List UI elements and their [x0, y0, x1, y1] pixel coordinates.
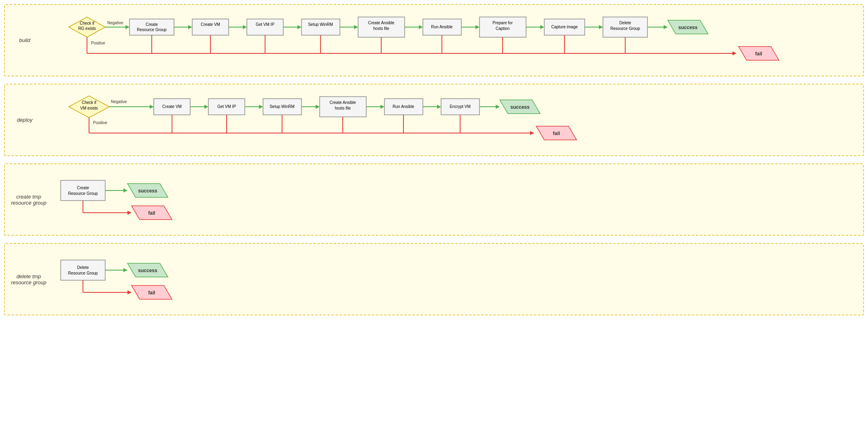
deploy-node-setup-winrm-label: Setup WinRM [270, 104, 295, 109]
build-node-create-vm[interactable] [192, 19, 229, 35]
svg-marker-45 [380, 105, 384, 109]
delete-tmp-lane-content: Delete Resource Group success fail [53, 248, 860, 311]
build-success-label: success [678, 25, 698, 30]
build-node-create-rg-label: Create [146, 22, 158, 27]
deploy-success-label: success [510, 104, 530, 110]
svg-marker-56 [123, 188, 127, 192]
svg-marker-29 [732, 51, 736, 55]
build-node-setup-winrm-label: Setup WinRM [308, 22, 333, 27]
deploy-node-ansible-hosts-label2: hosts file [335, 106, 351, 110]
create-tmp-lane: create tmp resource group Create Resourc… [4, 163, 864, 236]
create-tmp-node-create-rg-label2: Resource Group [68, 191, 98, 196]
create-tmp-fail-label: fail [148, 210, 155, 216]
build-fail-label: fail [755, 51, 762, 57]
create-tmp-lane-content: Create Resource Group success fail [53, 168, 860, 231]
delete-tmp-lane-label: delete tmp resource group [8, 248, 53, 311]
build-node-delete-rg-label2: Resource Group [610, 26, 640, 31]
deploy-fail-label: fail [553, 131, 560, 136]
build-node-create-rg[interactable] [129, 19, 174, 35]
delete-tmp-node-delete-rg-label2: Resource Group [68, 271, 98, 275]
build-node-capture-image-label: Capture image [551, 25, 578, 29]
svg-marker-61 [123, 268, 127, 272]
delete-tmp-node-delete-rg-label1: Delete [77, 265, 89, 270]
create-tmp-lane-label: create tmp resource group [8, 168, 53, 231]
svg-marker-26 [664, 25, 668, 29]
deploy-lane-content: Check if VM exists Negative Create VM Ge… [45, 89, 860, 151]
svg-marker-17 [475, 25, 480, 29]
build-node-get-vm-ip[interactable] [247, 19, 283, 35]
deploy-positive-label: Positive [93, 121, 107, 125]
delete-tmp-success-label: success [138, 268, 157, 273]
deploy-node-create-vm-label: Create VM [162, 104, 182, 109]
build-node-prepare-caption-label1: Prepare for [492, 21, 513, 25]
build-diamond-label2: RG exists [78, 26, 96, 31]
deploy-diamond-label1: Check if [82, 100, 96, 105]
deploy-node-encrypt-vm-label: Encrypt VM [450, 104, 471, 109]
build-negative-label: Negative [107, 21, 123, 25]
create-tmp-node-create-rg[interactable] [61, 180, 105, 201]
delete-tmp-diagram: Delete Resource Group success fail [53, 248, 214, 311]
deploy-node-run-ansible-label: Run Ansible [393, 104, 414, 109]
deploy-lane-label: deploy [8, 89, 45, 151]
build-node-setup-winrm[interactable] [301, 19, 340, 35]
svg-marker-42 [316, 105, 320, 109]
delete-tmp-lane: delete tmp resource group Delete Resourc… [4, 243, 864, 315]
deploy-node-get-vm-ip-label: Get VM IP [217, 104, 236, 109]
svg-marker-48 [437, 105, 441, 109]
svg-marker-64 [127, 290, 132, 294]
build-lane: build Check if RG exists Negative Create… [4, 4, 864, 76]
deploy-diamond-label2: VM exists [80, 106, 98, 110]
svg-marker-20 [540, 25, 544, 29]
build-node-ansible-hosts-label1: Create Ansible [368, 21, 394, 25]
svg-marker-5 [243, 25, 247, 29]
build-node-prepare-caption-label2: Caption [496, 26, 509, 31]
build-node-get-vm-ip-label: Get VM IP [256, 22, 274, 27]
svg-marker-39 [259, 105, 263, 109]
build-node-ansible-hosts-label2: hosts file [373, 26, 389, 31]
diagram-container: build Check if RG exists Negative Create… [4, 4, 864, 315]
build-diagram: Check if RG exists Negative Create Resou… [45, 9, 854, 72]
svg-marker-8 [297, 25, 301, 29]
delete-tmp-fail-label: fail [148, 290, 155, 296]
build-arrowhead-1 [125, 25, 129, 29]
build-node-create-rg-label2: Resource Group [137, 27, 167, 32]
build-node-run-ansible-label: Run Ansible [431, 25, 453, 29]
build-lane-content: Check if RG exists Negative Create Resou… [45, 9, 860, 72]
build-node-create-vm-label: Create VM [201, 22, 220, 27]
build-positive-label: Positive [91, 41, 105, 45]
create-tmp-success-label: success [138, 188, 157, 194]
svg-marker-54 [530, 131, 534, 135]
create-tmp-node-create-rg-label1: Create [77, 186, 89, 190]
svg-marker-33 [150, 105, 154, 109]
svg-marker-59 [127, 211, 132, 215]
delete-tmp-node-delete-rg[interactable] [61, 260, 105, 280]
svg-marker-11 [354, 25, 358, 29]
deploy-lane: deploy Check if VM exists Negative Creat… [4, 84, 864, 156]
svg-marker-2 [188, 25, 192, 29]
svg-marker-36 [204, 105, 208, 109]
build-lane-label: build [8, 9, 45, 72]
create-tmp-diagram: Create Resource Group success fail [53, 168, 214, 231]
svg-marker-51 [496, 105, 500, 109]
deploy-diagram: Check if VM exists Negative Create VM Ge… [45, 89, 652, 151]
build-diamond-label: Check if [80, 21, 94, 25]
svg-marker-23 [599, 25, 603, 29]
svg-marker-14 [419, 25, 423, 29]
build-node-delete-rg-label1: Delete [620, 21, 631, 25]
deploy-node-ansible-hosts-label1: Create Ansible [329, 100, 356, 105]
deploy-negative-label: Negative [111, 99, 127, 104]
